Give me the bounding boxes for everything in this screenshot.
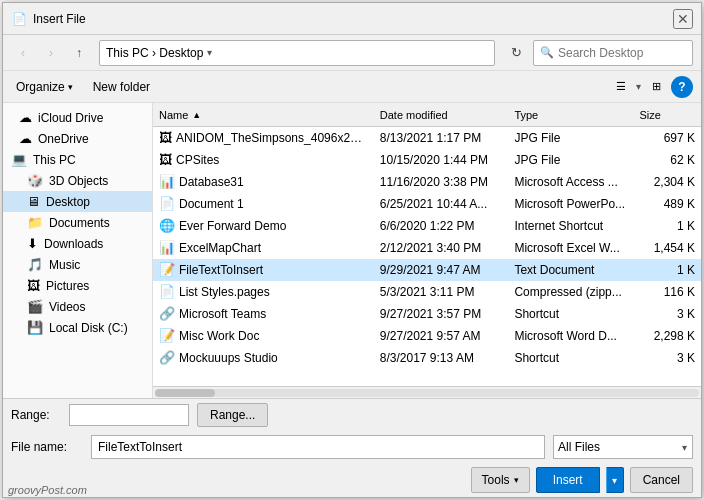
sidebar-item-desktop[interactable]: 🖥 Desktop [3, 191, 152, 212]
sidebar-item-onedrive[interactable]: ☁ OneDrive [3, 128, 152, 149]
file-date: 11/16/2020 3:38 PM [374, 175, 509, 189]
tools-button[interactable]: Tools ▾ [471, 467, 530, 493]
filename-row: File name: All Files Text Documents Word… [3, 431, 701, 463]
col-header-type[interactable]: Type [508, 105, 633, 124]
table-row[interactable]: 🔗 Microsoft Teams 9/27/2021 3:57 PM Shor… [153, 303, 701, 325]
main-panel: Name ▲ Date modified Type Size 🖼 ANIDOM_… [153, 103, 701, 398]
file-type: JPG File [508, 131, 633, 145]
range-button[interactable]: Range... [197, 403, 268, 427]
file-type: Microsoft Access ... [508, 175, 633, 189]
insert-file-dialog: 📄 Insert File ✕ ‹ › ↑ This PC › Desktop … [2, 2, 702, 498]
table-row[interactable]: 📄 List Styles.pages 5/3/2021 3:11 PM Com… [153, 281, 701, 303]
music-icon: 🎵 [27, 257, 43, 272]
new-folder-label: New folder [93, 80, 150, 94]
file-size: 697 K [633, 131, 701, 145]
sidebar-item-documents[interactable]: 📁 Documents [3, 212, 152, 233]
file-date: 6/25/2021 10:44 A... [374, 197, 509, 211]
sidebar-label-downloads: Downloads [44, 237, 103, 251]
localdisk-icon: 💾 [27, 320, 43, 335]
table-row[interactable]: 📝 Misc Work Doc 9/27/2021 9:57 AM Micros… [153, 325, 701, 347]
file-type-icon: 📝 [159, 262, 175, 277]
table-row[interactable]: 📝 FileTextToInsert 9/29/2021 9:47 AM Tex… [153, 259, 701, 281]
file-type-icon: 🖼 [159, 130, 172, 145]
sidebar-item-videos[interactable]: 🎬 Videos [3, 296, 152, 317]
file-type-icon: 🔗 [159, 350, 175, 365]
help-button[interactable]: ? [671, 76, 693, 98]
title-bar: 📄 Insert File ✕ [3, 3, 701, 35]
h-scroll-thumb [155, 389, 215, 397]
sidebar-item-thispc[interactable]: 💻 This PC [3, 149, 152, 170]
onedrive-icon: ☁ [19, 131, 32, 146]
file-date: 9/27/2021 3:57 PM [374, 307, 509, 321]
back-button[interactable]: ‹ [11, 41, 35, 65]
close-button[interactable]: ✕ [673, 9, 693, 29]
file-type: Text Document [508, 263, 633, 277]
file-date: 10/15/2020 1:44 PM [374, 153, 509, 167]
cancel-button[interactable]: Cancel [630, 467, 693, 493]
table-row[interactable]: 🖼 ANIDOM_TheSimpsons_4096x2160_01 8/13/2… [153, 127, 701, 149]
table-row[interactable]: 📊 ExcelMapChart 2/12/2021 3:40 PM Micros… [153, 237, 701, 259]
refresh-button[interactable]: ↻ [503, 40, 529, 66]
sidebar-label-localdisk: Local Disk (C:) [49, 321, 128, 335]
sidebar-item-pictures[interactable]: 🖼 Pictures [3, 275, 152, 296]
3dobjects-icon: 🎲 [27, 173, 43, 188]
file-type-icon: 📄 [159, 284, 175, 299]
range-label: Range: [11, 408, 61, 422]
new-folder-button[interactable]: New folder [86, 77, 157, 97]
view-details-button[interactable]: ⊞ [643, 76, 669, 98]
file-name: Microsoft Teams [179, 307, 266, 321]
file-date: 6/6/2020 1:22 PM [374, 219, 509, 233]
table-row[interactable]: 🖼 CPSites 10/15/2020 1:44 PM JPG File 62… [153, 149, 701, 171]
col-header-name[interactable]: Name ▲ [153, 105, 374, 124]
file-list[interactable]: 🖼 ANIDOM_TheSimpsons_4096x2160_01 8/13/2… [153, 127, 701, 386]
sidebar-item-icloud[interactable]: ☁ iCloud Drive [3, 107, 152, 128]
sidebar-item-3dobjects[interactable]: 🎲 3D Objects [3, 170, 152, 191]
file-name: FileTextToInsert [179, 263, 263, 277]
file-date: 8/13/2021 1:17 PM [374, 131, 509, 145]
content-area: ☁ iCloud Drive ☁ OneDrive 💻 This PC 🎲 3D… [3, 103, 701, 398]
tools-arrow-icon: ▾ [514, 475, 519, 485]
action-bar: Organize ▾ New folder ☰ ▾ ⊞ ? [3, 71, 701, 103]
file-size: 116 K [633, 285, 701, 299]
file-size: 2,298 K [633, 329, 701, 343]
file-date: 5/3/2021 3:11 PM [374, 285, 509, 299]
file-name: CPSites [176, 153, 219, 167]
nav-toolbar: ‹ › ↑ This PC › Desktop ▾ ↻ 🔍 [3, 35, 701, 71]
sidebar-item-localdisk[interactable]: 💾 Local Disk (C:) [3, 317, 152, 338]
file-name: ExcelMapChart [179, 241, 261, 255]
forward-button[interactable]: › [39, 41, 63, 65]
filename-input[interactable] [91, 435, 545, 459]
search-input[interactable] [558, 46, 686, 60]
file-type: Microsoft PowerPo... [508, 197, 633, 211]
watermark: groovyPost.com [8, 484, 87, 496]
file-size: 489 K [633, 197, 701, 211]
table-row[interactable]: 📄 Document 1 6/25/2021 10:44 A... Micros… [153, 193, 701, 215]
breadcrumb[interactable]: This PC › Desktop ▾ [99, 40, 495, 66]
file-name: Mockuuups Studio [179, 351, 278, 365]
file-type-icon: 🔗 [159, 306, 175, 321]
sidebar-item-music[interactable]: 🎵 Music [3, 254, 152, 275]
organize-button[interactable]: Organize ▾ [11, 77, 78, 97]
insert-dropdown-button[interactable]: ▾ [606, 467, 624, 493]
icloud-icon: ☁ [19, 110, 32, 125]
sidebar-label-thispc: This PC [33, 153, 76, 167]
range-input[interactable] [69, 404, 189, 426]
file-size: 1 K [633, 263, 701, 277]
file-size: 1,454 K [633, 241, 701, 255]
table-row[interactable]: 📊 Database31 11/16/2020 3:38 PM Microsof… [153, 171, 701, 193]
table-row[interactable]: 🔗 Mockuuups Studio 8/3/2017 9:13 AM Shor… [153, 347, 701, 369]
insert-button[interactable]: Insert [536, 467, 600, 493]
view-toggle-button[interactable]: ☰ [608, 76, 634, 98]
videos-icon: 🎬 [27, 299, 43, 314]
col-header-date[interactable]: Date modified [374, 105, 509, 124]
up-button[interactable]: ↑ [67, 41, 91, 65]
thispc-icon: 💻 [11, 152, 27, 167]
search-box[interactable]: 🔍 [533, 40, 693, 66]
filetype-select[interactable]: All Files Text Documents Word Documents [553, 435, 693, 459]
col-header-size[interactable]: Size [633, 105, 701, 124]
horizontal-scrollbar[interactable] [153, 386, 701, 398]
sidebar-item-downloads[interactable]: ⬇ Downloads [3, 233, 152, 254]
table-row[interactable]: 🌐 Ever Forward Demo 6/6/2020 1:22 PM Int… [153, 215, 701, 237]
sidebar-label-pictures: Pictures [46, 279, 89, 293]
sidebar-label-onedrive: OneDrive [38, 132, 89, 146]
